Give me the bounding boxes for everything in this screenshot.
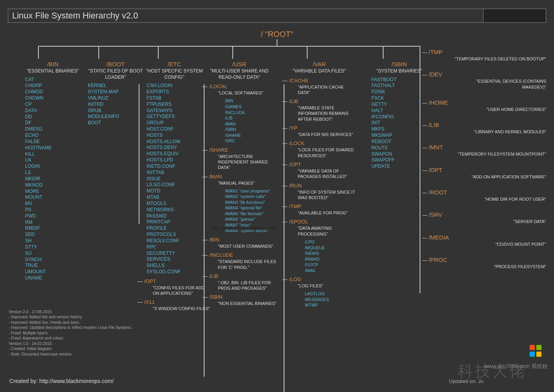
note-line: Version 1.0 - 14-02-2015 bbox=[9, 341, 132, 347]
dir-desc: "VARIABLE DATA FILES" bbox=[282, 68, 357, 74]
dir-label: /VAR bbox=[282, 61, 357, 67]
subdir: /RUN"INFO OF SYSTEM SINCE IT WAS BOOTED" bbox=[282, 183, 357, 201]
column-usr: /USR"MULTI-USER SHARE AND READ-ONLY DATA… bbox=[202, 61, 277, 309]
subdir-desc: ".OBJ .BIN .LIB FILES FOR PROG AND PACKA… bbox=[202, 280, 277, 291]
subdir-label: /BIN bbox=[202, 237, 277, 243]
file-item: /SHARE bbox=[225, 132, 277, 138]
file-item: /MAN6 "games" bbox=[225, 216, 277, 222]
file-item: MV bbox=[25, 201, 90, 207]
credit-text: Created by: http://www.blackmoreops.com/ bbox=[9, 378, 114, 384]
side-dir-label: /ROOT bbox=[429, 189, 546, 196]
subdir-label: /OPT bbox=[137, 278, 212, 284]
file-item: LS bbox=[25, 170, 90, 176]
item-list: FASTBOOTFASTHALTFDISKFSCKGETTYHALTIFCONF… bbox=[362, 77, 436, 170]
file-item: IFCONFIG bbox=[371, 114, 436, 120]
subdir-label: /X11 bbox=[137, 299, 212, 305]
subdir: /LOCAL"LOCAL SOFTWARES"/BIN/GAMES/INCLUD… bbox=[202, 83, 277, 143]
file-item: REBOOT bbox=[371, 139, 436, 145]
file-item: ECHO bbox=[25, 132, 90, 139]
subdir-label: /INCLUDE bbox=[202, 252, 277, 258]
file-item: MKFS bbox=[371, 126, 436, 132]
file-item: FDISK bbox=[371, 89, 436, 95]
side-root: /ROOT"HOME DIR FOR ROOT USER" bbox=[429, 189, 546, 202]
file-item: MORE bbox=[25, 189, 90, 195]
side-mnt: /MNT"TEMPERORY FILESYSTEM MOUNTPOINT" bbox=[429, 144, 546, 157]
watermark-url: http://www.blackmoreops.com/ bbox=[212, 226, 275, 231]
file-item: /MAN bbox=[225, 121, 277, 127]
subdir-desc: "INFO OF SYSTEM SINCE IT WAS BOOTED" bbox=[282, 189, 357, 201]
file-item: UNAME bbox=[25, 275, 90, 281]
file-item: MKNOD bbox=[25, 182, 90, 189]
subdir-desc: "AVAILABLE FOR PROG" bbox=[282, 210, 357, 216]
side-media: /MEDIA"CD/DVD MOUNT POINT" bbox=[429, 234, 546, 247]
subdir-desc: "VARIABLE DATA OF PACKAGES INSTALLED" bbox=[282, 168, 357, 180]
side-dir-desc: "LIBRARY AND KERNEL MODULES" bbox=[429, 129, 546, 134]
side-dir-label: /HOME bbox=[429, 99, 546, 106]
subitem-list: LASTLOGMESSAGESWTMP bbox=[282, 291, 357, 308]
subdir: /SPOOL"DATA AWAITING PROCESSING"/LPD/MQU… bbox=[282, 219, 357, 273]
file-item: UMOUNT bbox=[25, 269, 90, 275]
note-line: - Improved: Added /srv, /media and /proc… bbox=[9, 320, 132, 325]
file-item: SH bbox=[25, 238, 90, 244]
subdir: /LIB"VARIABLE STATE INFORMATION REMAINS … bbox=[282, 98, 357, 122]
subdir-desc: "DATA FOR NIS SERVICES" bbox=[282, 132, 357, 137]
file-item: /MAN3 "lib functions" bbox=[225, 200, 277, 205]
subdir-desc: "MOST USER COMMANDS" bbox=[202, 243, 277, 249]
subdir-label: /OPT bbox=[282, 162, 357, 167]
subdir: /SHARE"ARCHITECTURE INDEPENDENT SHARED D… bbox=[202, 147, 277, 171]
subitem-list: /LPD/MQUEUE/NEWS/RWHO/UUCP/MAIL bbox=[282, 239, 357, 273]
file-item: DMESG bbox=[25, 126, 90, 132]
dir-label: /SBIN bbox=[362, 61, 436, 67]
dir-desc: "HOST SPECFIC SYSTEM CONFIG" bbox=[137, 68, 212, 80]
file-item: /MAN4 "special file" bbox=[225, 205, 277, 211]
subdir: /SBIN"NON ESSENTIAL BINARIES" bbox=[202, 294, 277, 306]
side-dir-desc: "PROCESS FILESYSTEM" bbox=[429, 264, 546, 269]
subdir-label: /RUN bbox=[282, 183, 357, 189]
subdir-desc: "LOCK FILES FOR SHARED RESOURCES" bbox=[282, 147, 357, 158]
dir-label: /ETC bbox=[137, 61, 212, 67]
file-item: TRUE bbox=[25, 263, 90, 269]
side-dir-desc: "ESSENTIAL DEVICES (CONTAINS MAKEDEV)" bbox=[429, 78, 546, 90]
file-item: /LPD bbox=[305, 239, 357, 245]
side-dir-desc: "TEMPERORY FILESYSTEM MOUNTPOINT" bbox=[429, 151, 546, 157]
side-home: /HOME"USER HOME DIRECTORIES" bbox=[429, 99, 546, 112]
column-sbin: /SBIN"SYSTEM BINARIES"FASTBOOTFASTHALTFD… bbox=[362, 61, 436, 170]
file-item: /MAIL bbox=[305, 268, 357, 274]
subitem-list: /BIN/GAMES/INCLUDE/LIB/MAN/SBIN/SHARE/SR… bbox=[202, 98, 277, 143]
side-dir-desc: "CD/DVD MOUNT POINT" bbox=[429, 241, 546, 247]
file-item: /MAN5 "file formats" bbox=[225, 211, 277, 217]
subdir-label: /LOCK bbox=[282, 140, 357, 146]
subdir-desc: "DATA AWAITING PROCESSING" bbox=[282, 225, 357, 237]
header-bar: Linux File System Hierarchy v2.0 bbox=[8, 9, 546, 23]
version-notes: Version 2.0 - 17-06-2015 - Improved: Add… bbox=[9, 309, 132, 357]
file-item: FALSE bbox=[25, 139, 90, 145]
note-line: - Fixed: Multiple typo's. bbox=[9, 330, 132, 336]
file-item: /MAN1 "user programs" bbox=[225, 188, 277, 194]
subdir: /INCLUDE"STANDARD INCLUDE FILES FOR 'C' … bbox=[202, 252, 277, 270]
subdir-desc: "STANDARD INCLUDE FILES FOR 'C' PROG." bbox=[202, 259, 277, 270]
subdir-label: /YP bbox=[282, 125, 357, 131]
file-item: /LIB bbox=[225, 115, 277, 121]
dir-desc: "SYSTEM BINARIES" bbox=[362, 68, 436, 74]
file-item: SU bbox=[25, 250, 90, 257]
file-item: LN bbox=[25, 157, 90, 163]
file-item: WTMP bbox=[305, 302, 357, 308]
file-item: FASTBOOT bbox=[371, 77, 436, 83]
file-item: PS bbox=[25, 207, 90, 213]
file-item: /MQUEUE bbox=[305, 245, 357, 251]
subdir-desc: "NON ESSENTIAL BINARIES" bbox=[202, 301, 277, 306]
file-item: /NEWS bbox=[305, 250, 357, 256]
file-item: RM bbox=[25, 220, 90, 226]
side-dir-desc: "SERVER DATA" bbox=[429, 219, 546, 224]
file-item: /MAN2 "system calls" bbox=[225, 194, 277, 200]
subdir-desc: "MANUAL PAGES" bbox=[202, 180, 277, 186]
file-item: /UUCP bbox=[305, 262, 357, 268]
file-item: PWD bbox=[25, 213, 90, 220]
side-dir-desc: "USER HOME DIRECTORIES" bbox=[429, 107, 546, 112]
subdir: /YP"DATA FOR NIS SERVICES" bbox=[282, 125, 357, 137]
side-dir-label: /MEDIA bbox=[429, 234, 546, 241]
watermark-site: www.win7999.com 系统粉 bbox=[484, 363, 548, 370]
subdir-label: /LOG bbox=[282, 276, 357, 282]
side-opt: /OPT"ADD-ON APPLICATION SOFTWARE" bbox=[429, 167, 546, 180]
file-item: HALT bbox=[371, 108, 436, 114]
